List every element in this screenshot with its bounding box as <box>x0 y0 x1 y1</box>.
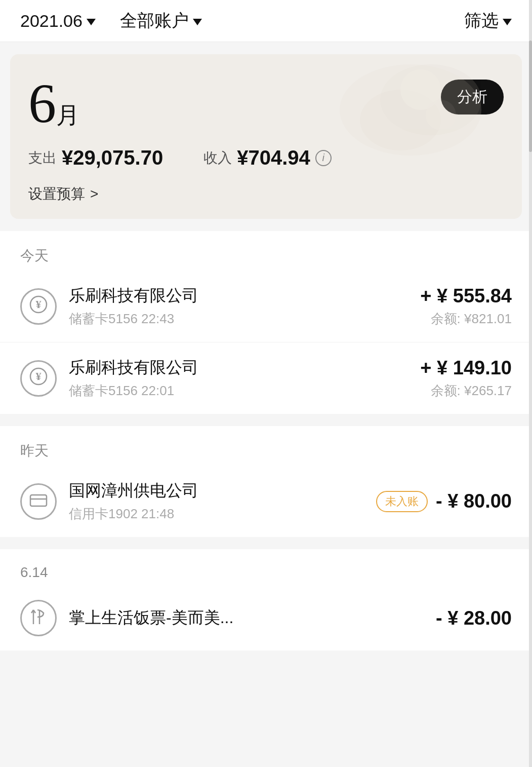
month-number: 6 <box>28 75 56 131</box>
transaction-name: 乐刷科技有限公司 <box>69 357 420 379</box>
transaction-name: 掌上生活饭票-美而美... <box>69 607 436 629</box>
transaction-amount-col: - ¥ 28.00 <box>436 607 512 629</box>
section-date-1: 昨天 <box>0 426 532 466</box>
svg-text:¥: ¥ <box>36 370 42 382</box>
transaction-balance: 余额: ¥265.17 <box>420 382 512 400</box>
date-filter[interactable]: 2021.06 <box>20 11 96 31</box>
transaction-sub: 储蓄卡5156 22:43 <box>69 310 420 328</box>
month-label: 月 <box>56 100 79 131</box>
screen-filter-arrow <box>503 19 512 25</box>
expense-stat: 支出 ¥29,075.70 <box>28 146 163 169</box>
svg-point-4 <box>426 100 456 130</box>
transaction-amount-row: 未入账- ¥ 80.00 <box>376 490 512 512</box>
expense-label: 支出 <box>28 148 57 168</box>
section-2: 6.14 掌上生活饭票-美而美...- ¥ 28.00 <box>0 549 532 650</box>
screen-filter[interactable]: 筛选 <box>464 9 512 32</box>
account-filter-arrow <box>193 19 202 25</box>
transaction-amount-col: + ¥ 149.10余额: ¥265.17 <box>420 357 512 400</box>
account-filter-label: 全部账户 <box>120 9 189 32</box>
transaction-amount: - ¥ 80.00 <box>436 490 512 512</box>
transaction-name: 乐刷科技有限公司 <box>69 285 420 307</box>
top-bar: 2021.06 全部账户 筛选 <box>0 0 532 42</box>
budget-arrow: > <box>90 186 98 202</box>
transaction-info: 掌上生活饭票-美而美... <box>69 607 436 629</box>
transaction-icon <box>20 600 57 636</box>
transaction-icon: ¥ <box>20 360 57 397</box>
expense-value: ¥29,075.70 <box>62 146 163 169</box>
coin-icon: ¥ <box>29 367 48 390</box>
transaction-info: 乐刷科技有限公司储蓄卡5156 22:01 <box>69 357 420 400</box>
card-icon <box>29 493 48 510</box>
transactions-container: 今天 ¥ 乐刷科技有限公司储蓄卡5156 22:43+ ¥ 555.84余额: … <box>0 231 532 650</box>
svg-rect-9 <box>30 495 47 506</box>
transaction-item[interactable]: ¥ 乐刷科技有限公司储蓄卡5156 22:43+ ¥ 555.84余额: ¥82… <box>0 271 532 342</box>
section-1: 昨天 国网漳州供电公司信用卡1902 21:48未入账- ¥ 80.00 <box>0 426 532 537</box>
income-value: ¥704.94 <box>237 146 310 169</box>
section-date-0: 今天 <box>0 231 532 271</box>
transaction-item[interactable]: 掌上生活饭票-美而美...- ¥ 28.00 <box>0 586 532 650</box>
month-card: 6 月 分析 支出 ¥29,075.70 收入 ¥704.94 i 设置预算 > <box>10 54 522 219</box>
budget-text: 设置预算 <box>28 184 85 204</box>
transaction-amount-col: 未入账- ¥ 80.00 <box>376 490 512 512</box>
transaction-item[interactable]: ¥ 乐刷科技有限公司储蓄卡5156 22:01+ ¥ 149.10余额: ¥26… <box>0 342 532 414</box>
card-decoration <box>330 59 492 173</box>
transaction-info: 乐刷科技有限公司储蓄卡5156 22:43 <box>69 285 420 328</box>
account-filter[interactable]: 全部账户 <box>120 9 202 32</box>
top-bar-left: 2021.06 全部账户 <box>20 9 202 32</box>
budget-row[interactable]: 设置预算 > <box>10 179 522 219</box>
date-filter-label: 2021.06 <box>20 11 83 31</box>
screen-filter-label: 筛选 <box>464 9 499 32</box>
transaction-balance: 余额: ¥821.01 <box>420 310 512 328</box>
transaction-amount-row: - ¥ 28.00 <box>436 607 512 629</box>
svg-text:¥: ¥ <box>36 298 42 311</box>
section-date-2: 6.14 <box>0 549 532 586</box>
scrollbar[interactable] <box>529 0 532 767</box>
transaction-amount: - ¥ 28.00 <box>436 607 512 629</box>
transaction-item[interactable]: 国网漳州供电公司信用卡1902 21:48未入账- ¥ 80.00 <box>0 466 532 537</box>
transaction-icon <box>20 483 57 520</box>
date-filter-arrow <box>87 19 96 25</box>
transaction-amount: + ¥ 555.84 <box>420 285 512 307</box>
income-label: 收入 <box>203 148 232 168</box>
section-0: 今天 ¥ 乐刷科技有限公司储蓄卡5156 22:43+ ¥ 555.84余额: … <box>0 231 532 414</box>
transaction-sub: 储蓄卡5156 22:01 <box>69 382 420 400</box>
transaction-name: 国网漳州供电公司 <box>69 480 376 502</box>
transaction-amount-row: + ¥ 555.84 <box>420 285 512 307</box>
income-info-icon[interactable]: i <box>315 150 332 166</box>
transaction-icon: ¥ <box>20 288 57 325</box>
income-stat: 收入 ¥704.94 i <box>203 146 332 169</box>
transaction-amount: + ¥ 149.10 <box>420 357 512 379</box>
scrollbar-thumb[interactable] <box>529 41 532 152</box>
pending-badge: 未入账 <box>376 491 428 512</box>
transaction-info: 国网漳州供电公司信用卡1902 21:48 <box>69 480 376 523</box>
transaction-amount-col: + ¥ 555.84余额: ¥821.01 <box>420 285 512 328</box>
transaction-sub: 信用卡1902 21:48 <box>69 505 376 523</box>
transaction-amount-row: + ¥ 149.10 <box>420 357 512 379</box>
coin-icon: ¥ <box>29 295 48 318</box>
food-icon <box>29 608 48 628</box>
